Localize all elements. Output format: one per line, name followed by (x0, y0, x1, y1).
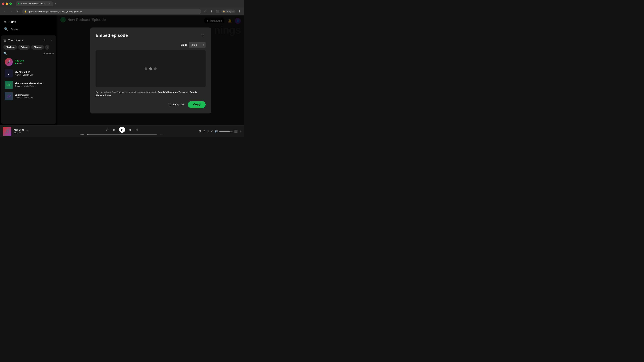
volume-bar[interactable] (219, 131, 232, 132)
url-text: open.spotify.com/episode/4oWQLCk0yQC7ZqO… (28, 10, 82, 13)
modal-title: Embed episode (96, 33, 128, 38)
filter-tab-more[interactable]: › (45, 45, 49, 50)
progress-row: 0:04 3:00 (80, 134, 164, 136)
copy-button[interactable]: Copy (188, 101, 206, 108)
library-add-button[interactable]: + (42, 37, 47, 43)
library-actions: + → (42, 37, 54, 43)
search-label: Search (11, 28, 19, 30)
artist-avatar: 🎤 (5, 58, 13, 66)
loading-dot-1 (144, 67, 147, 70)
size-select[interactable]: Small Medium Large (189, 42, 206, 48)
size-row: Size: Small Medium Large (96, 42, 206, 48)
size-select-wrapper: Small Medium Large (189, 42, 206, 48)
close-icon: ✕ (202, 33, 204, 37)
library-item-info: The Marie Forleo Podcast Podcast • Marie… (15, 82, 52, 87)
play-icon: ▶ (121, 128, 123, 132)
tab-close-icon[interactable]: ✕ (49, 2, 51, 5)
developer-terms-link[interactable]: Spotify's Developer Terms (158, 91, 185, 93)
filter-tab-artists[interactable]: Artists (18, 45, 30, 50)
incognito-badge: 🕵 Incognito (221, 9, 236, 13)
tab-bar: 2 Ways to Believe in Yourself &... ✕ + (14, 1, 59, 7)
fullscreen-button[interactable]: ⤢ (211, 130, 213, 133)
library-item-name: My Playlist #6 (15, 71, 52, 73)
embed-modal: Embed episode ✕ Size: Small Medium Large (90, 27, 211, 113)
forward-button[interactable]: → (9, 9, 14, 14)
library-header: ▤ Your Library + → (3, 37, 54, 43)
terms-middle: and (185, 91, 190, 93)
active-tab[interactable]: 2 Ways to Believe in Yourself &... ✕ (16, 1, 53, 6)
sidebar-item-home[interactable]: ⌂ Home (2, 18, 55, 25)
like-button[interactable]: ♡ (26, 129, 29, 133)
incognito-label: Incognito (226, 10, 234, 12)
loading-dots (144, 67, 157, 70)
devices-button[interactable]: 📱 (202, 130, 206, 133)
lyrics-button[interactable]: ≡ (208, 130, 209, 133)
player-track-artist: Rita Ora (14, 131, 24, 134)
previous-button[interactable]: ⏮ (112, 127, 116, 132)
list-item[interactable]: MF The Marie Forleo Podcast Podcast • Ma… (3, 79, 54, 90)
modal-close-button[interactable]: ✕ (200, 33, 206, 38)
browser-titlebar: ✕ − + 2 Ways to Believe in Yourself &...… (0, 0, 244, 7)
list-item[interactable]: JP Just-PLaylist Playlist • Lauren Deli (3, 91, 54, 102)
library-item-name: Just-PLaylist (15, 93, 52, 96)
recents-sort-icon: ≡ (52, 52, 54, 55)
podcast-thumb: MF (5, 81, 13, 89)
library-item-info: My Playlist #6 Playlist • Lauren Deli (15, 71, 52, 76)
play-pause-button[interactable]: ▶ (119, 127, 125, 133)
more-options-button[interactable]: ⋮ (237, 9, 242, 14)
sidebar-item-search[interactable]: 🔍 Search (2, 25, 55, 33)
volume-icon[interactable]: 🔊 (214, 130, 218, 133)
library-icon: ▤ (3, 38, 6, 42)
terms-text: By embedding a Spotify player on your si… (96, 90, 206, 97)
filter-tab-playlists[interactable]: Playlists (3, 45, 17, 50)
size-label: Size: (180, 43, 187, 46)
modal-header: Embed episode ✕ (96, 33, 206, 38)
shuffle-button[interactable]: ⇄ (106, 128, 108, 132)
show-code-label[interactable]: Show code (173, 103, 185, 106)
repeat-button[interactable]: ↺ (136, 128, 138, 132)
extensions-button[interactable]: ⬛ (215, 9, 220, 14)
filter-tab-albums[interactable]: Albums (31, 45, 44, 50)
next-button[interactable]: ⏭ (128, 127, 132, 132)
volume-row: 🔊 (214, 130, 232, 133)
back-button[interactable]: ← (2, 9, 8, 14)
home-icon: ⌂ (4, 20, 6, 24)
loading-dot-2 (149, 67, 152, 70)
window-maximize-btn[interactable]: + (10, 2, 12, 5)
show-code-wrapper: Show code (168, 103, 185, 106)
queue-button[interactable]: ⊞ (198, 130, 201, 133)
bookmark-button[interactable]: ☆ (202, 9, 208, 14)
library-search-icon[interactable]: 🔍 (3, 52, 7, 55)
player-track-thumb: 🎵 (3, 127, 12, 136)
window-minimize-btn[interactable]: − (6, 2, 8, 5)
progress-bar[interactable] (87, 134, 157, 135)
library-item-info: Just-PLaylist Playlist • Lauren Deli (15, 93, 52, 99)
download-button[interactable]: ⬇ (209, 9, 214, 14)
expand-button[interactable]: ⤡ (239, 130, 242, 133)
window-close-btn[interactable]: ✕ (2, 2, 4, 5)
new-tab-button[interactable]: + (53, 1, 58, 6)
library-item-info: Rita Ora Artist (15, 59, 52, 65)
window-controls: ✕ − + (2, 2, 12, 5)
player-track-name: Your Song (14, 129, 24, 131)
show-code-checkbox[interactable] (168, 103, 171, 106)
list-item[interactable]: 🎤 Rita Ora Artist (3, 57, 54, 67)
modal-overlay[interactable]: Embed episode ✕ Size: Small Medium Large (57, 15, 244, 125)
loading-dot-3 (154, 67, 157, 70)
library-search-row: 🔍 Recents ≡ (3, 52, 54, 55)
address-bar[interactable]: 🔒 open.spotify.com/episode/4oWQLCk0yQC7Z… (22, 9, 201, 14)
lock-icon: 🔒 (24, 10, 27, 12)
pip-button[interactable]: ⬛ (234, 130, 238, 133)
library-expand-button[interactable]: → (48, 37, 54, 43)
total-time: 3:00 (159, 134, 164, 136)
playlist-thumb-2: JP (5, 92, 13, 100)
volume-fill (219, 131, 230, 132)
progress-fill (87, 134, 88, 135)
list-item[interactable]: ♪ My Playlist #6 Playlist • Lauren Deli (3, 68, 54, 79)
incognito-icon: 🕵 (223, 10, 225, 12)
refresh-button[interactable]: ↻ (16, 9, 21, 14)
player-track-info: 🎵 Your Song Rita Ora ♡ (3, 127, 50, 136)
library-item-sub: Artist (15, 62, 52, 65)
player-right: ⊞ 📱 ≡ ⤢ 🔊 ⬛ ⤡ (194, 130, 242, 133)
recents-button[interactable]: Recents ≡ (44, 52, 54, 55)
